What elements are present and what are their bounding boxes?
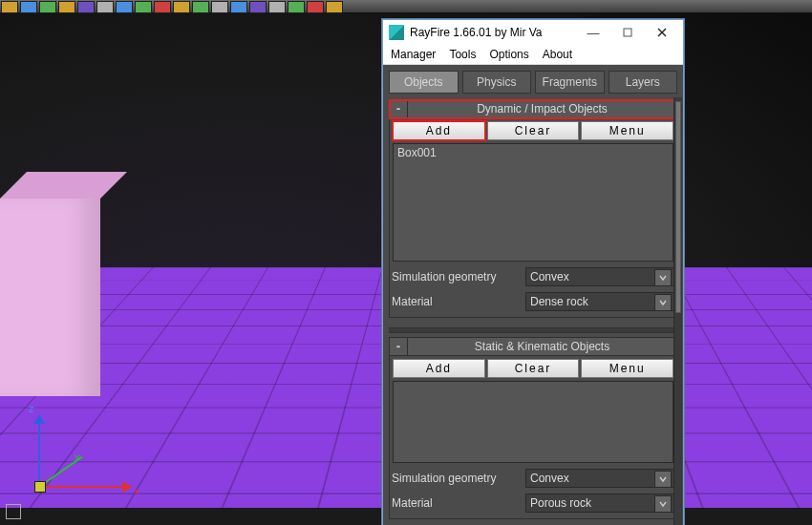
window-close-button[interactable] (645, 22, 679, 43)
toolbar-icon[interactable] (135, 1, 152, 13)
chevron-down-icon (654, 495, 672, 513)
panel-scrollbar[interactable] (673, 97, 682, 525)
group-static-header[interactable]: - Static & Kinematic Objects (390, 338, 676, 356)
dynamic-clear-button[interactable]: Clear (487, 121, 580, 140)
scrollbar-thumb[interactable] (675, 101, 681, 313)
svg-rect-0 (624, 29, 631, 36)
group-static-title: Static & Kinematic Objects (408, 340, 676, 353)
window-maximize-button[interactable] (610, 22, 645, 43)
toolbar-icon[interactable] (96, 1, 114, 13)
viewport-corner-handle[interactable] (6, 504, 21, 519)
close-icon (657, 28, 667, 37)
dynamic-add-button[interactable]: Add (393, 121, 485, 140)
static-material-value: Porous rock (530, 496, 591, 510)
app-icon (389, 25, 404, 40)
dynamic-simgeo-combo[interactable]: Convex (525, 267, 674, 286)
static-simgeo-value: Convex (530, 472, 569, 485)
toolbar-icon[interactable] (268, 1, 286, 13)
static-clear-button[interactable]: Clear (487, 359, 580, 378)
static-simgeo-combo[interactable]: Convex (525, 469, 674, 488)
toolbar-icon[interactable] (192, 1, 209, 13)
menu-manager[interactable]: Manager (391, 48, 436, 61)
dynamic-material-value: Dense rock (530, 295, 588, 308)
panel-body: Objects Physics Fragments Layers - Dynam… (383, 65, 683, 525)
tab-fragments[interactable]: Fragments (535, 71, 605, 94)
tab-objects[interactable]: Objects (389, 71, 459, 94)
list-item[interactable]: Box001 (397, 146, 669, 159)
toolbar-icon[interactable] (77, 1, 95, 13)
static-object-list[interactable] (393, 381, 673, 463)
tab-physics[interactable]: Physics (462, 71, 532, 94)
dynamic-simgeo-value: Convex (530, 270, 569, 284)
toolbar-icon[interactable] (326, 1, 343, 13)
group-dynamic-header[interactable]: - Dynamic / Impact Objects (390, 100, 676, 118)
chevron-down-icon (654, 471, 672, 488)
toolbar-icon[interactable] (58, 1, 75, 13)
scene-object-box[interactable] (0, 172, 100, 396)
tab-layers[interactable]: Layers (609, 71, 678, 94)
toolbar-icon[interactable] (20, 1, 37, 13)
dynamic-simgeo-label: Simulation geometry (392, 270, 518, 284)
section-divider (389, 327, 677, 333)
group-dynamic-objects: - Dynamic / Impact Objects Add Clear Men… (389, 99, 677, 318)
toolbar-icon[interactable] (288, 1, 305, 13)
window-minimize-button[interactable]: — (576, 22, 610, 43)
toolbar-icon[interactable] (249, 1, 267, 13)
collapse-toggle[interactable]: - (390, 100, 408, 117)
menu-bar: Manager Tools Options About (383, 45, 683, 65)
group-static-objects: - Static & Kinematic Objects Add Clear M… (389, 337, 677, 519)
dynamic-material-combo[interactable]: Dense rock (525, 292, 674, 311)
menu-options[interactable]: Options (489, 48, 528, 61)
toolbar-icon[interactable] (230, 1, 247, 13)
window-title: RayFire 1.66.01 by Mir Va (410, 26, 576, 39)
collapse-toggle[interactable]: - (390, 338, 408, 355)
menu-about[interactable]: About (543, 48, 572, 61)
toolbar-icon[interactable] (211, 1, 228, 13)
app-toolbar[interactable] (0, 0, 812, 13)
dynamic-menu-button[interactable]: Menu (581, 121, 673, 140)
chevron-down-icon (654, 294, 672, 311)
maximize-icon (623, 28, 632, 37)
tab-bar: Objects Physics Fragments Layers (389, 71, 677, 94)
toolbar-icon[interactable] (39, 1, 56, 13)
rayfire-window: RayFire 1.66.01 by Mir Va — Manager Tool… (382, 19, 684, 525)
toolbar-icon[interactable] (307, 1, 324, 13)
toolbar-icon[interactable] (1, 1, 18, 13)
toolbar-icon[interactable] (116, 1, 133, 13)
toolbar-icon[interactable] (173, 1, 190, 13)
axis-x-label: x (134, 485, 139, 496)
axis-z-label: z (29, 403, 34, 414)
dynamic-object-list[interactable]: Box001 (393, 143, 673, 262)
group-dynamic-title: Dynamic / Impact Objects (408, 102, 676, 116)
static-add-button[interactable]: Add (393, 359, 485, 378)
menu-tools[interactable]: Tools (449, 48, 476, 61)
chevron-down-icon (654, 269, 672, 286)
axis-gizmo[interactable]: x y z (8, 414, 132, 510)
static-material-label: Material (392, 496, 518, 510)
dynamic-material-label: Material (392, 295, 518, 308)
static-menu-button[interactable]: Menu (581, 359, 673, 378)
axis-y-label: y (75, 451, 80, 462)
static-material-combo[interactable]: Porous rock (525, 494, 674, 513)
window-titlebar[interactable]: RayFire 1.66.01 by Mir Va — (383, 20, 683, 45)
static-simgeo-label: Simulation geometry (392, 472, 518, 485)
toolbar-icon[interactable] (154, 1, 171, 13)
